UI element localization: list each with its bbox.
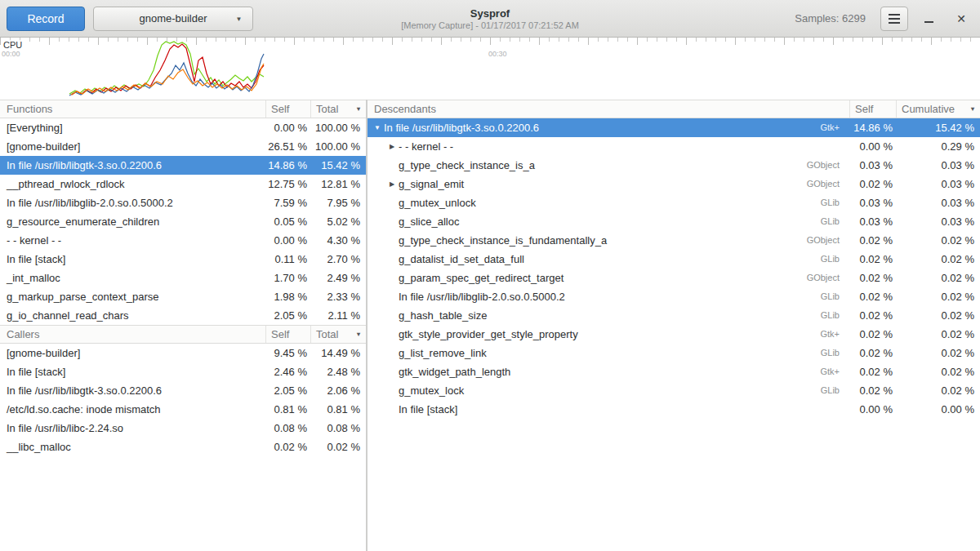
tree-row[interactable]: g_hash_table_sizeGLib0.02 %0.02 % [368, 306, 980, 325]
descendant-name-cell: g_type_check_instance_is_a [368, 156, 776, 175]
functions-column-header[interactable]: Functions [0, 100, 265, 118]
table-row[interactable]: In file /usr/lib/libgtk-3.so.0.2200.62.0… [0, 381, 366, 400]
tree-row[interactable]: ▶- - kernel - -0.00 %0.29 % [368, 137, 980, 156]
record-button[interactable]: Record [7, 7, 85, 31]
library-tag: GLib [776, 381, 849, 400]
function-name: g_list_remove_link [399, 344, 487, 362]
self-value: 0.02 % [849, 287, 896, 306]
tree-row[interactable]: ▼In file /usr/lib/libgtk-3.so.0.2200.6Gt… [368, 118, 980, 137]
total-value: 0.02 % [310, 438, 366, 456]
tree-row[interactable]: gtk_widget_path_lengthGtk+0.02 %0.02 % [368, 362, 980, 381]
table-row[interactable]: In file /usr/lib/libc-2.24.so0.08 %0.08 … [0, 419, 366, 438]
table-row[interactable]: _int_malloc1.70 %2.49 % [0, 269, 366, 287]
expander-closed-icon[interactable]: ▶ [385, 137, 399, 156]
self-column-header[interactable]: Self [849, 100, 896, 118]
function-name: In file [stack] [0, 362, 265, 381]
cumulative-column-header[interactable]: Cumulative ▼ [896, 100, 980, 118]
cpu0-line [69, 42, 264, 94]
table-row[interactable]: __pthread_rwlock_rdlock12.75 %12.81 % [0, 175, 366, 193]
library-tag: GObject [776, 231, 849, 250]
cumulative-value: 0.02 % [896, 287, 980, 306]
descendant-name-cell: ▶- - kernel - - [368, 137, 776, 156]
total-value: 15.42 % [310, 156, 366, 175]
tree-row[interactable]: g_list_remove_linkGLib0.02 %0.02 % [368, 344, 980, 362]
table-row[interactable]: In file /usr/lib/libgtk-3.so.0.2200.614.… [0, 156, 366, 175]
self-value: 2.05 % [265, 306, 310, 325]
total-value: 12.81 % [310, 175, 366, 193]
expander-closed-icon[interactable]: ▶ [385, 175, 399, 193]
sort-indicator-icon: ▼ [969, 100, 976, 118]
self-value: 0.02 % [265, 438, 310, 456]
total-value: 2.70 % [310, 250, 366, 269]
tree-row[interactable]: g_slice_allocGLib0.03 %0.03 % [368, 212, 980, 231]
table-row[interactable]: __libc_malloc0.02 %0.02 % [0, 438, 366, 456]
minimize-button[interactable] [916, 7, 941, 31]
self-column-header[interactable]: Self [265, 100, 310, 118]
process-selector[interactable]: gnome-builder ▼ [93, 7, 253, 31]
self-value: 0.00 % [265, 118, 310, 137]
tree-row[interactable]: g_mutex_unlockGLib0.03 %0.03 % [368, 193, 980, 212]
function-name: g_hash_table_size [399, 306, 487, 325]
samples-count: Samples: 6299 [795, 12, 866, 24]
descendant-name-cell: g_datalist_id_set_data_full [368, 250, 776, 269]
function-name: __libc_malloc [0, 438, 265, 456]
tree-row[interactable]: g_param_spec_get_redirect_targetGObject0… [368, 269, 980, 287]
tree-row[interactable]: ▶g_signal_emitGObject0.02 %0.03 % [368, 175, 980, 193]
table-row[interactable]: g_io_channel_read_chars2.05 %2.11 % [0, 306, 366, 325]
function-name: __pthread_rwlock_rdlock [0, 175, 265, 193]
total-column-header[interactable]: Total ▼ [310, 100, 366, 118]
total-value: 100.00 % [310, 118, 366, 137]
chevron-down-icon: ▼ [236, 15, 243, 22]
descendants-column-header[interactable]: Descendants [368, 100, 849, 118]
table-row[interactable]: In file [stack]0.11 %2.70 % [0, 250, 366, 269]
cumulative-column-label: Cumulative [902, 100, 955, 118]
function-name: In file [stack] [399, 400, 457, 419]
callers-column-header[interactable]: Callers [0, 326, 265, 343]
cumulative-value: 0.02 % [896, 381, 980, 400]
table-row[interactable]: /etc/ld.so.cache: inode mismatch0.81 %0.… [0, 400, 366, 419]
app-title: Sysprof [470, 7, 510, 20]
tree-row[interactable]: g_datalist_id_set_data_fullGLib0.02 %0.0… [368, 250, 980, 269]
function-name: In file /usr/lib/libgtk-3.so.0.2200.6 [384, 118, 539, 137]
function-name: [gnome-builder] [0, 344, 265, 362]
library-tag: Gtk+ [776, 362, 849, 381]
self-column-header[interactable]: Self [265, 326, 310, 343]
close-button[interactable]: ✕ [949, 7, 973, 31]
table-row[interactable]: [Everything]0.00 %100.00 % [0, 118, 366, 137]
table-row[interactable]: In file [stack]2.46 %2.48 % [0, 362, 366, 381]
function-name: g_datalist_id_set_data_full [399, 250, 524, 269]
library-tag: GLib [776, 250, 849, 269]
table-row[interactable]: In file /usr/lib/libglib-2.0.so.0.5000.2… [0, 193, 366, 212]
total-value: 14.49 % [310, 344, 366, 362]
self-value: 0.02 % [849, 250, 896, 269]
table-row[interactable]: [gnome-builder]26.51 %100.00 % [0, 137, 366, 156]
cpu-graph[interactable]: CPU 00:00 00:30 [0, 38, 980, 100]
tree-row[interactable]: g_mutex_lockGLib0.02 %0.02 % [368, 381, 980, 400]
tree-row[interactable]: g_type_check_instance_is_aGObject0.03 %0… [368, 156, 980, 175]
tree-row[interactable]: g_type_check_instance_is_fundamentally_a… [368, 231, 980, 250]
function-name: g_type_check_instance_is_a [399, 156, 535, 175]
tree-row[interactable]: In file [stack]0.00 %0.00 % [368, 400, 980, 419]
self-value: 12.75 % [265, 175, 310, 193]
table-row[interactable]: [gnome-builder]9.45 %14.49 % [0, 344, 366, 362]
cumulative-value: 0.03 % [896, 156, 980, 175]
tree-row[interactable]: In file /usr/lib/libglib-2.0.so.0.5000.2… [368, 287, 980, 306]
self-value: 0.02 % [849, 175, 896, 193]
self-value: 0.00 % [849, 137, 896, 156]
tree-row[interactable]: gtk_style_provider_get_style_propertyGtk… [368, 325, 980, 344]
cpu3-line [71, 64, 264, 95]
hamburger-icon [889, 18, 900, 20]
total-column-header[interactable]: Total ▼ [310, 326, 366, 343]
self-value: 7.59 % [265, 193, 310, 212]
menu-button[interactable] [880, 7, 908, 31]
table-row[interactable]: g_resource_enumerate_children0.05 %5.02 … [0, 212, 366, 231]
descendant-name-cell: ▶g_signal_emit [368, 175, 776, 193]
library-tag [776, 400, 849, 419]
expander-open-icon[interactable]: ▼ [371, 118, 384, 137]
table-row[interactable]: g_markup_parse_context_parse1.98 %2.33 % [0, 287, 366, 306]
function-name: - - kernel - - [0, 231, 265, 250]
function-name: _int_malloc [0, 269, 265, 287]
cumulative-value: 0.02 % [896, 306, 980, 325]
sysprof-window: Record gnome-builder ▼ Sysprof [Memory C… [0, 0, 980, 551]
table-row[interactable]: - - kernel - -0.00 %4.30 % [0, 231, 366, 250]
